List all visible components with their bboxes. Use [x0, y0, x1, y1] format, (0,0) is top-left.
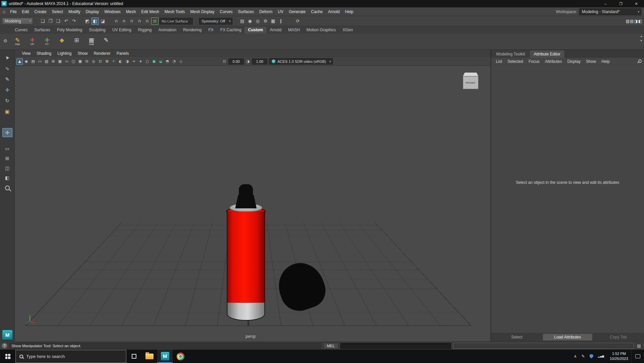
- shelf-tab-fx[interactable]: FX: [205, 27, 217, 34]
- outliner-shelf-button[interactable]: ▦Outl: [85, 37, 97, 46]
- menu-set-dropdown[interactable]: Modeling ▾: [2, 18, 33, 25]
- view-cube[interactable]: FRONT: [463, 73, 478, 89]
- menu-uv[interactable]: UV: [275, 9, 286, 14]
- menu-edit-mesh[interactable]: Edit Mesh: [138, 9, 162, 14]
- viewport-menu-lighting[interactable]: Lighting: [54, 51, 75, 56]
- shelf-tab-uv-editing[interactable]: UV Editing: [109, 27, 135, 34]
- menu-modify[interactable]: Modify: [66, 9, 83, 14]
- security-shield-icon[interactable]: [587, 350, 596, 363]
- select-button[interactable]: Select: [492, 333, 542, 341]
- render-view-icon[interactable]: ▤: [239, 17, 246, 25]
- shelf-tab-custom[interactable]: Custom: [245, 27, 266, 34]
- shelf-tab-fx-caching[interactable]: FX Caching: [217, 27, 245, 34]
- shelf-tab-rendering[interactable]: Rendering: [180, 27, 205, 34]
- open-scene-icon[interactable]: ❐: [47, 17, 54, 25]
- snap-grid-icon[interactable]: ∩: [113, 17, 120, 25]
- wireframe-icon[interactable]: ○: [144, 58, 151, 65]
- layout-outliner-button[interactable]: ◧: [3, 174, 12, 182]
- mel-command-input[interactable]: [340, 343, 451, 349]
- live-surface-field[interactable]: No Live Surface: [159, 18, 193, 25]
- ae-menu-show[interactable]: Show: [583, 59, 599, 64]
- view-cube-front-face[interactable]: FRONT: [463, 76, 478, 89]
- task-view-button[interactable]: [126, 350, 142, 363]
- close-button[interactable]: ✕: [629, 0, 644, 7]
- resolution-gate-icon[interactable]: ◫: [70, 58, 77, 65]
- safe-title-icon[interactable]: ⊡: [97, 58, 103, 65]
- menu-generate[interactable]: Generate: [286, 9, 308, 14]
- textured-icon[interactable]: ◒: [158, 58, 164, 65]
- content-sync-icon[interactable]: ⟳: [294, 17, 301, 25]
- gamma-field[interactable]: [252, 58, 267, 65]
- menu-surfaces[interactable]: Surfaces: [235, 9, 256, 14]
- select-component-icon[interactable]: ◪: [99, 17, 106, 25]
- shadows-icon[interactable]: ◐: [117, 58, 124, 65]
- panel-tab-modeling-toolkit[interactable]: Modeling Toolkit: [492, 50, 529, 58]
- mel-result-field[interactable]: [453, 343, 634, 349]
- rotate-tool-button[interactable]: ↻: [2, 96, 12, 105]
- film-gate-icon[interactable]: ▭: [63, 58, 70, 65]
- hypershade-icon[interactable]: ▦: [269, 17, 277, 25]
- toggle-tool-settings-icon[interactable]: ◧: [638, 19, 642, 24]
- can-nozzle-base[interactable]: [235, 195, 257, 208]
- zoom-layout-icon[interactable]: [5, 186, 10, 190]
- pin-icon[interactable]: [637, 59, 641, 64]
- menu-display[interactable]: Display: [83, 9, 101, 14]
- bookmark-icon[interactable]: ▭: [37, 58, 43, 65]
- image-plane-icon[interactable]: ▧: [43, 58, 50, 65]
- ae-menu-display[interactable]: Display: [565, 59, 583, 64]
- layout-single-pane-button[interactable]: ▭: [3, 145, 12, 153]
- ae-menu-help[interactable]: Help: [599, 59, 612, 64]
- group-separator[interactable]: [234, 18, 237, 24]
- camera-attributes-icon[interactable]: ▤: [30, 58, 36, 65]
- undo-icon[interactable]: ↶: [62, 17, 70, 25]
- viewport-menu-panels[interactable]: Panels: [114, 51, 132, 56]
- hidden-icons-chevron[interactable]: ∧: [571, 350, 579, 363]
- safe-action-icon[interactable]: ◎: [90, 58, 97, 65]
- current-tool-button[interactable]: ✛: [2, 128, 12, 137]
- save-scene-icon[interactable]: ❑: [54, 17, 62, 25]
- workspace-dropdown[interactable]: Modeling - Standard* ▾: [579, 8, 641, 15]
- menu-help[interactable]: Help: [342, 9, 356, 14]
- home-icon[interactable]: ⌂: [3, 9, 5, 14]
- toggle-modeling-toolkit-icon[interactable]: ▧: [626, 19, 630, 24]
- taskbar-clock[interactable]: 1:52 PM 10/25/2023: [607, 351, 631, 362]
- can-nozzle[interactable]: [239, 184, 253, 197]
- viewport-menu-view[interactable]: View: [19, 51, 34, 56]
- exposure-field[interactable]: [228, 58, 244, 65]
- select-object-icon[interactable]: ◧: [91, 17, 99, 25]
- select-camera-icon[interactable]: ▲: [16, 58, 23, 65]
- smooth-shade-icon[interactable]: ●: [151, 58, 157, 65]
- plane-shelf-button[interactable]: ⊞: [71, 37, 83, 43]
- make-live-icon[interactable]: ⊙: [151, 17, 159, 25]
- layout-four-pane-button[interactable]: ⊞: [3, 154, 12, 162]
- menu-cache[interactable]: Cache: [308, 9, 326, 14]
- menu-mesh[interactable]: Mesh: [123, 9, 138, 14]
- grid-toggle-icon[interactable]: ▦: [57, 58, 63, 65]
- field-chart-icon[interactable]: ⊟: [84, 58, 90, 65]
- menu-curves[interactable]: Curves: [217, 9, 235, 14]
- spray-can-body[interactable]: [227, 211, 265, 321]
- gear-icon[interactable]: ⚙: [3, 38, 7, 43]
- ae-menu-focus[interactable]: Focus: [526, 59, 542, 64]
- restore-button[interactable]: ❐: [613, 0, 629, 7]
- network-icon[interactable]: ▂▄▆: [596, 350, 607, 363]
- minimize-button[interactable]: –: [598, 0, 613, 7]
- mel-toggle-button[interactable]: MEL: [324, 343, 338, 349]
- shelf-scroll-down-icon[interactable]: ▾: [640, 39, 642, 42]
- ae-menu-attributes[interactable]: Attributes: [542, 59, 565, 64]
- render-current-frame-icon[interactable]: ◉: [246, 17, 254, 25]
- cube-shelf-button[interactable]: ◆: [56, 37, 68, 43]
- toggle-attribute-editor-icon[interactable]: ◨: [634, 19, 638, 24]
- ae-menu-selected[interactable]: Selected: [505, 59, 526, 64]
- start-button[interactable]: [0, 350, 15, 363]
- shelf-tab-arnold[interactable]: Arnold: [266, 27, 285, 34]
- shelf-tab-sculpting[interactable]: Sculpting: [86, 27, 109, 34]
- menu-file[interactable]: File: [7, 9, 19, 14]
- ae-menu-list[interactable]: List: [493, 59, 505, 64]
- paint-select-tool-button[interactable]: ✎: [2, 75, 12, 84]
- viewport-menu-shading[interactable]: Shading: [34, 51, 54, 56]
- menu-select[interactable]: Select: [49, 9, 66, 14]
- maya-taskbar-button[interactable]: M: [157, 350, 173, 363]
- lock-camera-icon[interactable]: ◉: [23, 58, 30, 65]
- group-separator[interactable]: [80, 18, 82, 24]
